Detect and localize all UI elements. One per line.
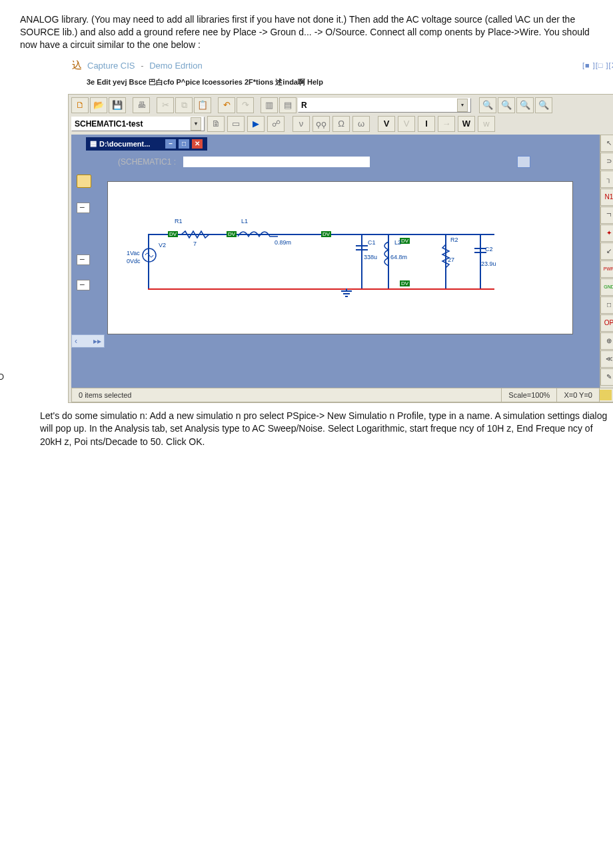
schematic-mini-button[interactable] [517, 156, 530, 168]
text-tool[interactable]: ≪ [600, 350, 613, 368]
value-r1: 7 [193, 240, 197, 247]
redo-button[interactable]: ↷ [237, 97, 254, 113]
dropdown-icon[interactable]: ▾ [191, 117, 201, 131]
schematic-combo[interactable]: SCHEMATIC1-test ▾ [71, 117, 205, 131]
value-l2: 64.8m [390, 254, 407, 260]
hier-tool[interactable]: □ [600, 296, 613, 314]
value-l1: 0.89m [275, 239, 291, 246]
cap-c1 [356, 243, 368, 252]
menu-items[interactable]: 3e Edit yevj Bsce 巴白cfo P^pice Icoessori… [87, 78, 323, 86]
offpage-tool[interactable]: OP [600, 314, 613, 332]
bus-tool[interactable]: ㄱ [600, 207, 613, 224]
menu-bar[interactable]: 3e Edit yevj Bsce 巴白cfo P^pice Icoessori… [68, 73, 613, 94]
page1-button[interactable]: ▥ [261, 97, 278, 113]
resistor-r1 [181, 230, 215, 239]
probe-i-button[interactable]: Ω [332, 116, 350, 132]
ground-tool[interactable]: GND [600, 278, 613, 296]
new-file-button[interactable]: 🗋 [71, 97, 89, 113]
probe-dv-3: DV [321, 231, 331, 237]
source-v2 [141, 247, 157, 263]
probe-dv-1: DV [168, 231, 178, 237]
label-c1: C1 [368, 239, 376, 246]
sim-new-button[interactable]: 🗎 [207, 116, 225, 132]
marker-i2-button[interactable]: → [438, 116, 455, 132]
scrollbar-horizontal[interactable]: ‹▸▸ [71, 334, 105, 348]
collapse-icon-3[interactable] [77, 280, 90, 290]
page2-button[interactable]: ▤ [279, 97, 297, 113]
dropdown-icon[interactable]: ▾ [457, 99, 468, 112]
window-controls[interactable]: [■ ][□ ][X [582, 61, 613, 69]
open-file-button[interactable]: 📂 [90, 97, 107, 113]
inductor-l1 [238, 230, 278, 239]
collapse-icon[interactable] [77, 203, 90, 213]
marker-w-button[interactable]: W [458, 116, 475, 132]
intro-paragraph: ANALOG library. (You may need to add all… [20, 13, 606, 51]
schematic-canvas[interactable]: R1 7 L1 0.89m DV DV DV DV DV [107, 181, 573, 334]
zoom-area-button[interactable]: 🔍 [516, 97, 534, 113]
select-tool[interactable]: ↖ [600, 135, 613, 152]
marker-w2-button[interactable]: w [478, 116, 495, 132]
canvas-area: ▦ D:\document... – □ ✕ (SCHEMATIC1 : [71, 135, 600, 388]
paste-button[interactable]: 📋 [194, 97, 211, 113]
circuit-drawing: R1 7 L1 0.89m DV DV DV DV DV [108, 182, 572, 334]
marker-v-button[interactable]: V [378, 116, 395, 132]
doc-close-button[interactable]: ✕ [191, 139, 203, 149]
run-button[interactable]: ▶ [247, 116, 265, 132]
undo-button[interactable]: ↶ [218, 97, 235, 113]
app-icon-glyph: 込 [72, 59, 82, 72]
print-button[interactable]: 🖶 [133, 97, 150, 113]
status-bar: 0 items selected Scale=100% X=0 Y=0 [71, 388, 613, 402]
probe-w-button[interactable]: ω [352, 116, 370, 132]
schematic-tab-field[interactable] [183, 156, 370, 168]
schematic-tab-row: (SCHEMATIC1 : [118, 156, 600, 168]
netname-tool[interactable]: N1 [600, 189, 613, 206]
status-selection: 0 items selected [72, 388, 502, 402]
app-window: 込 Capture CIS - Demo Edrtion [■ ][□ ][X … [68, 58, 613, 403]
results-button[interactable]: ☍ [267, 116, 285, 132]
label-c2: C2 [485, 246, 493, 252]
value-c1: 338u [364, 254, 377, 260]
probe-dv-4: DV [400, 238, 410, 244]
zoom-in-button[interactable]: 🔍 [479, 97, 496, 113]
label-l1: L1 [241, 218, 248, 224]
label-r1: R1 [175, 218, 183, 224]
junction-tool[interactable]: ✦ [600, 224, 613, 242]
status-icons [600, 390, 613, 400]
zoom-fit-button[interactable]: 🔍 [535, 97, 552, 113]
zoom-out-button[interactable]: 🔍 [498, 97, 515, 113]
marker-v2-button[interactable]: V [398, 116, 415, 132]
wire-tool[interactable]: ┐ [600, 171, 613, 188]
app-name: Capture CIS [87, 61, 135, 71]
doc-icon: ▦ [90, 139, 97, 148]
ground-symbol [340, 288, 353, 299]
toolbar-row-1: 🗋 📂 💾 🖶 ✂ ⧉ 📋 ↶ ↷ ▥ ▤ R ▾ [71, 97, 613, 113]
marker-i-button[interactable]: I [418, 116, 435, 132]
power-tool[interactable]: PWR [600, 260, 613, 278]
part-search-combo[interactable]: R ▾ [298, 98, 471, 113]
label-v2: V2 [159, 242, 166, 248]
doc-window-titlebar[interactable]: ▦ D:\document... – □ ✕ [86, 137, 207, 151]
collapse-icon-2[interactable] [77, 254, 90, 265]
probe-v-button[interactable]: ν [293, 116, 310, 132]
folder-icon[interactable] [77, 175, 91, 188]
cut-button[interactable]: ✂ [157, 97, 174, 113]
line-tool[interactable]: ✎ [600, 368, 613, 386]
probe-diff-button[interactable]: ϙϙ [312, 116, 330, 132]
sim-settings-button[interactable]: ▭ [227, 116, 245, 132]
status-icon-1[interactable] [600, 390, 612, 400]
copy-button[interactable]: ⧉ [175, 97, 193, 113]
label-r2: R2 [450, 236, 458, 243]
status-scale: Scale=100% [502, 388, 557, 402]
doc-min-button[interactable]: – [165, 139, 177, 149]
save-button[interactable]: 💾 [109, 97, 126, 113]
app-edition: Demo Edrtion [149, 61, 202, 71]
tool-palette: ↖ ⊃ ┐ N1 ㄱ ✦ ↙ PWR GND □ OP ⊕ ≪ ✎ [600, 135, 613, 388]
part-tool[interactable]: ⊃ [600, 153, 613, 170]
probe-dv-5: DV [400, 280, 410, 286]
busentry-tool[interactable]: ↙ [600, 242, 613, 260]
noconnect-tool[interactable]: ⊕ [600, 332, 613, 350]
part-search-value: R [301, 101, 307, 110]
toolbar-region: 🗋 📂 💾 🖶 ✂ ⧉ 📋 ↶ ↷ ▥ ▤ R ▾ [68, 94, 613, 403]
doc-max-button[interactable]: □ [178, 139, 190, 149]
project-tree-icons [77, 175, 91, 290]
